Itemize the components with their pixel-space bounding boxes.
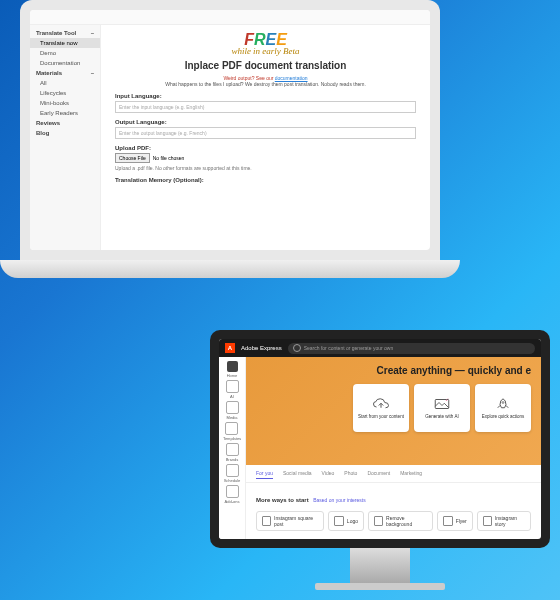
page-title: Inplace PDF document translation [115,60,416,71]
sidebar-group-reviews[interactable]: Reviews [30,118,100,128]
section-subtitle: Based on your interests [313,497,366,503]
logo-icon [334,516,344,526]
ai-icon [226,380,239,393]
svg-point-1 [446,400,448,402]
sidebar-item-demo[interactable]: Demo [30,48,100,58]
sidebar-item-all[interactable]: All [30,78,100,88]
left-rail: Home AI Media Templates Brands Schedule … [219,357,246,539]
rail-media[interactable]: Media [226,401,239,420]
tab-video[interactable]: Video [322,470,335,479]
svg-point-2 [448,398,449,399]
category-tabs: For you Social media Video Photo Documen… [246,465,541,483]
rail-schedule[interactable]: Schedule [224,464,241,483]
sidebar-item-translate-now[interactable]: Translate now [30,38,100,48]
sidebar-group-translate[interactable]: Translate Tool– [30,28,100,38]
search-icon [293,344,301,352]
tab-photo[interactable]: Photo [344,470,357,479]
card-quick-actions[interactable]: Explore quick actions [475,384,531,432]
instagram-icon [483,516,492,526]
topbar: A Adobe Express Search for content or ge… [219,339,541,357]
tab-social[interactable]: Social media [283,470,312,479]
upload-hint: Upload a .pdf file. No other formats are… [115,165,416,171]
main-panel: FREE while in early Beta Inplace PDF doc… [101,25,430,250]
output-lang-field[interactable]: Enter the output language (e.g. French) [115,127,416,139]
tm-label: Translation Memory (Optional): [115,177,416,183]
rail-templates[interactable]: Templates [223,422,241,441]
sidebar-item-minibooks[interactable]: Mini-books [30,98,100,108]
rocket-icon [494,397,512,411]
tab-document[interactable]: Document [367,470,390,479]
card-generate-ai[interactable]: Generate with AI [414,384,470,432]
rail-home[interactable]: Home [227,361,238,378]
addons-icon [226,485,239,498]
brands-icon [226,443,239,456]
hero-banner: Create anything — quickly and e Start fr… [246,357,541,465]
sidebar: Translate Tool– Translate now Demo Docum… [30,25,101,250]
translate-app: Translate Tool– Translate now Demo Docum… [30,10,430,250]
rail-ai[interactable]: AI [226,380,239,399]
input-lang-label: Input Language: [115,93,416,99]
logo-subtitle: while in early Beta [115,46,416,56]
sidebar-item-documentation[interactable]: Documentation [30,58,100,68]
adobe-logo-icon: A [225,343,235,353]
input-lang-field[interactable]: Enter the input language (e.g. English) [115,101,416,113]
schedule-icon [226,464,239,477]
sidebar-group-materials[interactable]: Materials– [30,68,100,78]
tab-marketing[interactable]: Marketing [400,470,422,479]
laptop-device: Translate Tool– Translate now Demo Docum… [20,0,440,278]
search-input[interactable]: Search for content or generate your own [288,343,535,354]
templates-icon [225,422,238,435]
media-icon [226,401,239,414]
chip-logo[interactable]: Logo [328,511,364,531]
sidebar-item-lifecycles[interactable]: Lifecycles [30,88,100,98]
rail-addons[interactable]: Add-ons [225,485,240,504]
sidebar-item-earlyreaders[interactable]: Early Readers [30,108,100,118]
hero-title: Create anything — quickly and e [256,365,531,376]
chip-instagram-story[interactable]: Instagram story [477,511,531,531]
image-sparkle-icon [433,397,451,411]
chip-flyer[interactable]: Flyer [437,511,473,531]
chip-instagram-post[interactable]: Instagram square post [256,511,324,531]
output-lang-label: Output Language: [115,119,416,125]
app-header [30,10,430,25]
adobe-express-app: A Adobe Express Search for content or ge… [219,339,541,539]
home-icon [227,361,238,372]
instagram-icon [262,516,271,526]
flyer-icon [443,516,453,526]
svg-point-3 [502,402,504,404]
card-start-content[interactable]: Start from your content [353,384,409,432]
privacy-note: What happens to the files I upload? We d… [115,81,416,87]
section-title: More ways to start [256,497,309,503]
chip-remove-bg[interactable]: Remove background [368,511,433,531]
file-status: No file chosen [153,155,185,161]
brand-name: Adobe Express [241,345,282,351]
tab-foryou[interactable]: For you [256,470,273,479]
sidebar-group-blog[interactable]: Blog [30,128,100,138]
upload-cloud-icon [372,397,390,411]
desktop-device: A Adobe Express Search for content or ge… [210,330,550,590]
upload-label: Upload PDF: [115,145,416,151]
eraser-icon [374,516,383,526]
rail-brands[interactable]: Brands [226,443,239,462]
choose-file-button[interactable]: Choose File [115,153,150,163]
